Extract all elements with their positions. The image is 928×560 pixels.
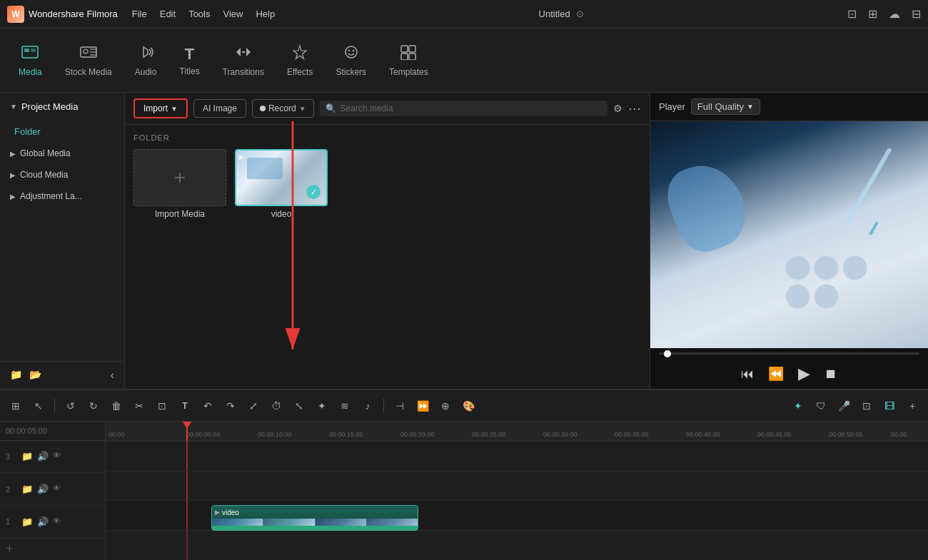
chevron-right-icon3: ▶ [10, 193, 16, 200]
quality-select[interactable]: Full Quality ▼ [691, 98, 760, 115]
sidebar-item-adjustment-layers[interactable]: ▶ Adjustment La... [0, 185, 124, 207]
cloud-upload-icon[interactable]: ☁ [889, 7, 900, 21]
add-track-button-side[interactable]: + [0, 539, 105, 560]
preview-controls: ⏮ ⏪ ▶ ⏹ [650, 359, 928, 389]
add-track-button[interactable]: + [902, 396, 922, 416]
skip-back-button[interactable]: ⏮ [741, 367, 754, 382]
menu-edit[interactable]: Edit [160, 9, 176, 19]
timeline-ruler: 00:00 00:00:05:00 00:00:10:00 00:00:15:0… [106, 422, 928, 442]
resize-button[interactable]: ⤢ [243, 396, 263, 416]
magic-wand-button[interactable]: ✦ [312, 396, 332, 416]
audio-toolbar-icon [138, 44, 153, 64]
ruler-tick-5: 00:00:25:00 [472, 431, 506, 438]
svg-rect-1 [24, 49, 29, 52]
video-media-item[interactable]: ✓ ▶ video [235, 149, 328, 219]
import-button[interactable]: Import ▼ [133, 98, 188, 118]
shield-button[interactable]: 🛡 [811, 396, 831, 416]
folder-section-label: FOLDER [133, 133, 641, 142]
audio-eq-button[interactable]: ♪ [358, 396, 378, 416]
toolbar-titles[interactable]: T Titles [168, 39, 211, 82]
progress-thumb[interactable] [664, 350, 671, 357]
record-button[interactable]: Record ▼ [252, 99, 314, 118]
toolbar-stickers[interactable]: Stickers [324, 39, 378, 83]
sidebar-item-folder[interactable]: Folder [0, 121, 124, 143]
ruler-tick-6: 00:00:30:00 [543, 431, 578, 438]
more-options-icon[interactable]: ⋯ [628, 101, 641, 116]
video-clip[interactable]: ▶ video [211, 505, 418, 531]
rotate-right-button[interactable]: ↷ [221, 396, 241, 416]
cut-button[interactable]: ✂ [129, 396, 149, 416]
toolbar-audio[interactable]: Audio [123, 39, 168, 83]
play-button[interactable]: ▶ [798, 365, 810, 383]
sidebar-collapse-button[interactable]: ‹ [111, 369, 114, 382]
undo-button[interactable]: ↺ [61, 396, 81, 416]
preview-screen [650, 121, 928, 348]
mic-button[interactable]: 🎤 [834, 396, 854, 416]
import-dropdown-arrow: ▼ [171, 105, 178, 113]
filter-icon[interactable]: ⚙ [613, 103, 622, 114]
ai-tools-button[interactable]: ✦ [788, 396, 808, 416]
menu-file[interactable]: File [132, 9, 147, 19]
grid-layout-icon[interactable]: ⊟ [912, 7, 921, 21]
monitor-icon[interactable]: ⊡ [847, 7, 857, 21]
redo-button[interactable]: ↻ [84, 396, 104, 416]
import-media-label: Import Media [155, 209, 205, 219]
track-row-3 [106, 442, 928, 472]
rotate-left-button[interactable]: ↶ [198, 396, 218, 416]
menu-help[interactable]: Help [256, 9, 275, 19]
effects-icon [291, 44, 308, 64]
media-label: Media [19, 67, 42, 77]
media-icon [21, 44, 39, 64]
ai-image-button[interactable]: AI Image [193, 99, 246, 118]
layout-icon[interactable]: ⊞ [868, 7, 877, 21]
svg-point-6 [346, 46, 357, 58]
sidebar-item-cloud-media[interactable]: ▶ Cloud Media [0, 164, 124, 185]
toolbar-stock-media[interactable]: Stock Media [54, 39, 123, 83]
track-3-folder-icon[interactable]: 📁 [21, 451, 33, 462]
track-row-extra [106, 531, 928, 560]
speed-button[interactable]: ⏩ [413, 396, 433, 416]
toolbar-templates[interactable]: Templates [378, 39, 440, 83]
crop-button[interactable]: ⊡ [152, 396, 172, 416]
transform-button[interactable]: ⊕ [435, 396, 455, 416]
equalizer-button[interactable]: ≋ [335, 396, 355, 416]
ruler-tick-2: 00:00:10:00 [258, 431, 292, 438]
track-3-audio-icon[interactable]: 🔊 [37, 451, 49, 462]
toolbar-media[interactable]: Media [7, 39, 54, 83]
svg-rect-0 [22, 46, 38, 58]
progress-bar[interactable] [659, 352, 919, 355]
sidebar-collapse-arrow[interactable]: ▼ [10, 103, 17, 111]
track-2-audio-icon[interactable]: 🔊 [37, 484, 49, 494]
track-1-audio-icon[interactable]: 🔊 [37, 516, 49, 527]
toolbar-effects[interactable]: Effects [276, 39, 324, 83]
stop-button[interactable]: ⏹ [824, 367, 837, 382]
tracks-area[interactable]: 00:00 00:00:05:00 00:00:10:00 00:00:15:0… [106, 422, 928, 560]
track-2-folder-icon[interactable]: 📁 [21, 484, 33, 494]
cursor-button[interactable]: ↖ [29, 396, 49, 416]
search-input[interactable] [341, 103, 602, 113]
track-2-visibility-icon[interactable]: 👁 [53, 484, 61, 494]
color-button[interactable]: 🎨 [458, 396, 478, 416]
track-3-visibility-icon[interactable]: 👁 [53, 451, 61, 462]
sidebar-item-global-media[interactable]: ▶ Global Media [0, 143, 124, 164]
text-button[interactable]: T [175, 396, 195, 416]
toolbar-transitions[interactable]: Transitions [211, 39, 276, 83]
captions-button[interactable]: ⊡ [857, 396, 877, 416]
ruler-tick-10: 00:00:50:00 [829, 431, 863, 438]
svg-point-8 [353, 49, 354, 51]
track-1-folder-icon[interactable]: 📁 [21, 516, 33, 527]
quality-dropdown-arrow: ▼ [747, 103, 754, 111]
track-1-visibility-icon[interactable]: 👁 [53, 516, 61, 527]
timer-button[interactable]: ⏱ [266, 396, 286, 416]
menu-view[interactable]: View [223, 9, 243, 19]
filmstrip-button[interactable]: 🎞 [879, 396, 899, 416]
split-button[interactable]: ⊣ [390, 396, 410, 416]
frame-back-button[interactable]: ⏪ [768, 366, 784, 382]
delete-button[interactable]: 🗑 [106, 396, 126, 416]
expand-button[interactable]: ⤡ [289, 396, 309, 416]
menu-tools[interactable]: Tools [188, 9, 210, 19]
import-media-item[interactable]: + Import Media [133, 149, 226, 219]
import-folder-icon[interactable]: 📂 [29, 369, 41, 382]
new-folder-icon[interactable]: 📁 [10, 369, 22, 382]
scene-view-button[interactable]: ⊞ [6, 396, 26, 416]
